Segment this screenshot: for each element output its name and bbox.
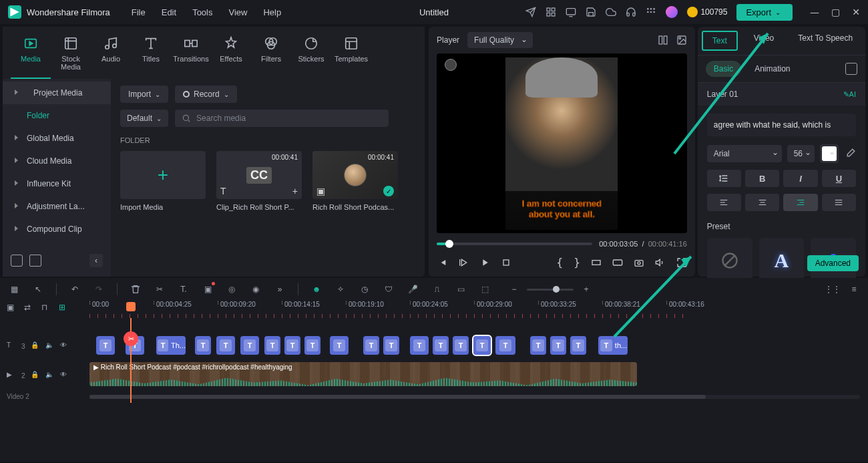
tab-effects[interactable]: Effects — [211, 32, 251, 79]
zoom-slider[interactable] — [527, 289, 574, 291]
menu-view[interactable]: View — [228, 7, 247, 17]
text-clip[interactable]: T — [495, 336, 515, 355]
shield-icon[interactable]: 🛡 — [383, 283, 395, 295]
tl-magnet-icon[interactable]: ⊓ — [41, 303, 53, 315]
send-icon[interactable] — [525, 7, 536, 17]
eye-icon[interactable]: 👁 — [60, 371, 69, 380]
sidebar-item-cloud[interactable]: Cloud Media — [3, 150, 111, 172]
export-button[interactable]: Export⌄ — [736, 4, 793, 21]
bold-button[interactable]: B — [745, 170, 779, 187]
play-pause-icon[interactable] — [458, 257, 469, 268]
tl-view2-icon[interactable]: ≡ — [848, 283, 860, 295]
coin-balance[interactable]: 100795 — [687, 7, 727, 17]
advanced-button[interactable]: Advanced — [807, 255, 859, 271]
sidebar-item-compound[interactable]: Compound Clip — [3, 218, 111, 241]
mute-icon[interactable]: 🔈 — [45, 341, 55, 351]
zoom-in-icon[interactable]: + — [580, 283, 592, 295]
add-plus-icon[interactable]: + — [292, 186, 298, 196]
close-button[interactable]: ✕ — [852, 7, 860, 17]
text-clip[interactable]: T — [383, 336, 399, 355]
tab-transitions[interactable]: Transitions — [171, 32, 211, 79]
sidebar-item-folder[interactable]: Folder — [3, 104, 111, 127]
media-item-cc[interactable]: 00:00:41 CC T + Clip_Rich Roll Short P..… — [216, 151, 302, 211]
speed-icon[interactable]: ◷ — [359, 283, 371, 295]
mic-icon[interactable]: 🎤 — [407, 283, 419, 295]
record-button[interactable]: Record⌄ — [175, 86, 237, 103]
zoom-out-icon[interactable]: − — [508, 283, 520, 295]
aspect-icon[interactable] — [612, 257, 623, 268]
tl-pointer-icon[interactable]: ↖ — [32, 283, 44, 295]
align-right-button[interactable] — [783, 194, 817, 211]
text-clip[interactable]: T — [473, 336, 491, 355]
undo-icon[interactable]: ↶ — [69, 283, 81, 295]
text-clip[interactable]: T — [363, 336, 379, 355]
lock-icon[interactable]: 🔒 — [31, 341, 40, 351]
inspector-tab-video[interactable]: Video — [742, 27, 786, 55]
overflow-icon[interactable]: » — [274, 283, 286, 295]
equalizer-icon[interactable]: ⎍ — [431, 283, 443, 295]
stop-icon[interactable] — [501, 257, 511, 268]
text-clip[interactable]: TTh... — [156, 336, 186, 355]
text-clip[interactable]: T — [550, 336, 566, 355]
cut-badge-icon[interactable]: ✂ — [124, 331, 138, 346]
timeline-ruler[interactable]: 00:0000:00:04:2500:00:09:2000:00:14:1500… — [89, 301, 868, 318]
clip-icon[interactable]: ▭ — [455, 283, 467, 295]
scrub-bar[interactable] — [437, 243, 592, 245]
group-icon[interactable]: ◎ — [226, 283, 238, 295]
ai-edit-icon[interactable]: ✎AI — [843, 90, 856, 99]
text-clip[interactable]: Tth... — [598, 336, 628, 355]
tl-apps-icon[interactable]: ▦ — [8, 283, 20, 295]
tl-auto-icon[interactable]: ⊞ — [59, 303, 71, 315]
mark-in-icon[interactable]: { — [557, 256, 564, 269]
ungroup-icon[interactable]: ◉ — [250, 283, 262, 295]
collapse-sidebar-button[interactable]: ‹ — [89, 254, 103, 267]
lock-icon[interactable]: 🔒 — [31, 371, 40, 380]
tab-stickers[interactable]: Stickers — [291, 32, 331, 79]
maximize-button[interactable]: ▢ — [831, 7, 840, 17]
import-media-tile[interactable]: + Import Media — [120, 151, 206, 211]
tab-audio[interactable]: Audio — [91, 32, 131, 79]
video-clip[interactable]: ▶ Rich Roll Short Podcast #podcast #rich… — [89, 362, 637, 386]
text-clip[interactable]: T — [304, 336, 320, 355]
color-picker[interactable] — [820, 144, 839, 163]
new-bin-icon[interactable] — [29, 255, 41, 267]
apps-icon[interactable] — [646, 7, 656, 17]
text-clip[interactable]: T — [530, 336, 546, 355]
menu-tools[interactable]: Tools — [192, 7, 212, 17]
align-left-button[interactable] — [707, 194, 741, 211]
text-clip[interactable]: T — [96, 336, 115, 355]
snapshot-icon[interactable] — [634, 257, 644, 268]
underline-button[interactable]: U — [822, 170, 856, 187]
enhance-icon[interactable]: ✧ — [335, 283, 347, 295]
line-height-button[interactable] — [707, 170, 741, 187]
text-clip[interactable]: T — [264, 336, 280, 355]
tab-titles[interactable]: Titles — [131, 32, 171, 79]
preset-style-1[interactable]: A — [759, 238, 805, 283]
crop-icon[interactable]: ▣ — [202, 283, 214, 295]
font-family-select[interactable]: Arial — [707, 145, 782, 162]
new-folder-icon[interactable] — [11, 255, 23, 267]
inspector-tab-text[interactable]: Text — [702, 31, 738, 51]
ai-icon[interactable]: ☻ — [310, 283, 322, 295]
mark-out-icon[interactable]: } — [574, 256, 580, 269]
volume-icon[interactable] — [655, 257, 666, 268]
tab-stock-media[interactable]: Stock Media — [51, 32, 91, 79]
cloud-icon[interactable] — [606, 7, 616, 17]
tl-link-icon[interactable]: ⇄ — [24, 303, 36, 315]
eyedropper-icon[interactable] — [844, 148, 856, 160]
tl-snap-icon[interactable]: ▣ — [7, 303, 19, 315]
tab-filters[interactable]: Filters — [251, 32, 291, 79]
tab-media[interactable]: Media — [11, 32, 51, 79]
preview-viewport[interactable]: I am not concerned about you at all. — [437, 53, 687, 233]
preset-none[interactable] — [707, 238, 752, 283]
media-item-video[interactable]: 00:00:41 ▣ ✓ Rich Roll Short Podcas... — [312, 151, 398, 211]
layout-icon[interactable] — [658, 35, 668, 45]
save-preset-icon[interactable] — [845, 63, 857, 75]
menu-edit[interactable]: Edit — [162, 7, 176, 17]
text-tool-icon[interactable]: T. — [178, 283, 190, 295]
sidebar-item-adjustment[interactable]: Adjustment La... — [3, 195, 111, 218]
text-clip[interactable]: T — [433, 336, 449, 355]
prev-frame-icon[interactable] — [437, 257, 447, 268]
text-clip[interactable]: T — [330, 336, 349, 355]
text-clip[interactable]: T — [570, 336, 586, 355]
